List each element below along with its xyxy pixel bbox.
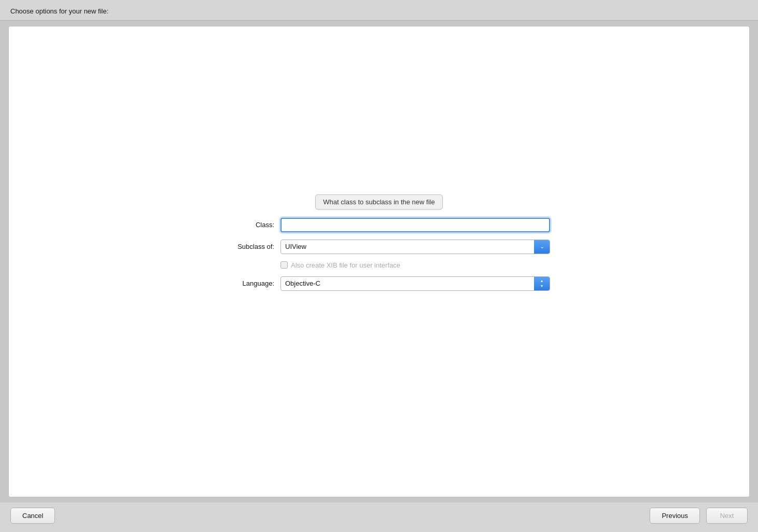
- dialog-title: Choose options for your new file:: [10, 7, 108, 15]
- footer-right-buttons: Previous Next: [650, 508, 748, 524]
- subclass-value: UIView: [281, 240, 534, 254]
- dialog-footer: Cancel Previous Next: [0, 502, 758, 532]
- next-button[interactable]: Next: [706, 508, 748, 524]
- language-row: Language: Objective-C ▴ ▾: [208, 276, 550, 291]
- language-value: Objective-C: [281, 276, 534, 291]
- chevron-down-icon: ▾: [541, 284, 543, 288]
- tooltip-bubble: What class to subclass in the new file: [315, 194, 442, 209]
- subclass-row: Subclass of: UIView ⌄: [208, 240, 550, 254]
- cancel-button[interactable]: Cancel: [10, 508, 55, 524]
- xib-checkbox-area: Also create XIB file for user interface: [280, 261, 400, 269]
- language-label: Language:: [208, 279, 280, 287]
- xib-checkbox[interactable]: [280, 261, 288, 269]
- form-area: What class to subclass in the new file C…: [208, 194, 550, 298]
- xib-checkbox-label: Also create XIB file for user interface: [291, 261, 400, 269]
- dialog-header: Choose options for your new file:: [0, 0, 758, 21]
- dialog-body: What class to subclass in the new file C…: [8, 26, 750, 497]
- subclass-dropdown[interactable]: UIView ⌄: [280, 240, 550, 254]
- subclass-dropdown-button[interactable]: ⌄: [534, 240, 550, 254]
- chevron-down-icon: ⌄: [540, 244, 544, 249]
- chevron-up-icon: ▴: [541, 279, 543, 283]
- previous-button[interactable]: Previous: [650, 508, 700, 524]
- subclass-label: Subclass of:: [208, 243, 280, 250]
- class-row: Class:: [208, 218, 550, 232]
- checkbox-row: Also create XIB file for user interface: [208, 261, 550, 269]
- class-input[interactable]: [280, 218, 550, 232]
- language-stepper-button[interactable]: ▴ ▾: [534, 276, 550, 291]
- language-dropdown[interactable]: Objective-C ▴ ▾: [280, 276, 550, 291]
- class-label: Class:: [208, 221, 280, 229]
